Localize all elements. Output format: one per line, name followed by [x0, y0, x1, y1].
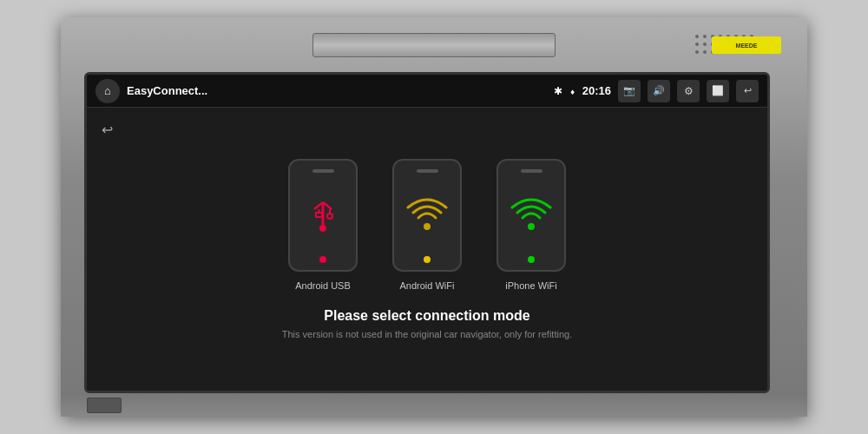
screen-back-button[interactable]: ↩	[95, 118, 118, 141]
main-title: Please select connection mode	[282, 308, 572, 324]
svg-point-8	[424, 223, 431, 230]
status-icons: ✱ ⬧ 20:16 📷 🔊 ⚙ ⬜ ↩	[554, 80, 759, 102]
iphone-wifi-phone	[496, 159, 566, 272]
svg-rect-3	[316, 213, 322, 217]
android-usb-label: Android USB	[295, 280, 351, 291]
bottom-message: Please select connection mode This versi…	[282, 308, 572, 339]
app-name: EasyConnect...	[127, 84, 547, 97]
usb-icon	[306, 194, 340, 237]
phone-speaker-usb	[312, 169, 334, 173]
brand-label: MEEDE	[712, 36, 781, 54]
android-wifi-icon	[405, 194, 449, 237]
awifi-icon-container	[405, 185, 449, 246]
android-usb-option[interactable]: Android USB	[288, 159, 358, 291]
top-hardware: MEEDE	[61, 26, 807, 72]
bluetooth-icon: ✱	[554, 85, 562, 97]
home-button[interactable]: ⌂	[95, 79, 120, 103]
phone-speaker-iwifi	[521, 169, 542, 173]
android-usb-phone	[288, 159, 358, 272]
iwifi-indicator	[528, 256, 535, 263]
phone-speaker-awifi	[417, 169, 438, 173]
svg-point-4	[327, 214, 332, 219]
location-icon: ⬧	[569, 85, 575, 97]
back-icon-btn[interactable]: ↩	[736, 80, 759, 102]
usb-indicator	[319, 256, 326, 263]
iphone-wifi-option[interactable]: iPhone WiFi	[496, 159, 566, 291]
android-wifi-phone	[392, 159, 462, 272]
iphone-wifi-icon	[510, 194, 553, 237]
iphone-wifi-label: iPhone WiFi	[505, 280, 556, 291]
car-unit: MEEDE ⏻ ↩ + ◄ RST ⌂ EasyConnect... ✱ ⬧ 2…	[61, 17, 807, 417]
iwifi-icon-container	[510, 185, 553, 246]
svg-point-7	[319, 225, 326, 232]
android-wifi-label: Android WiFi	[400, 280, 455, 291]
usb-icon-container	[306, 185, 340, 246]
card-slot	[87, 398, 122, 413]
status-bar: ⌂ EasyConnect... ✱ ⬧ 20:16 📷 🔊 ⚙ ⬜ ↩	[87, 75, 767, 108]
screen-container: ⌂ EasyConnect... ✱ ⬧ 20:16 📷 🔊 ⚙ ⬜ ↩ ↩	[84, 72, 770, 393]
main-subtitle: This version is not used in the original…	[282, 329, 572, 339]
camera-icon-btn[interactable]: 📷	[618, 80, 641, 102]
volume-icon-btn[interactable]: 🔊	[648, 80, 670, 102]
connection-options: Android USB	[288, 159, 566, 291]
window-icon-btn[interactable]: ⬜	[707, 80, 729, 102]
awifi-indicator	[424, 256, 431, 263]
bottom-hardware	[61, 393, 807, 417]
screen-content: ↩	[87, 108, 767, 391]
settings-icon-btn[interactable]: ⚙	[677, 80, 700, 102]
svg-point-9	[528, 223, 535, 230]
time-display: 20:16	[582, 84, 611, 97]
android-wifi-option[interactable]: Android WiFi	[392, 159, 462, 291]
cd-slot	[312, 33, 556, 57]
